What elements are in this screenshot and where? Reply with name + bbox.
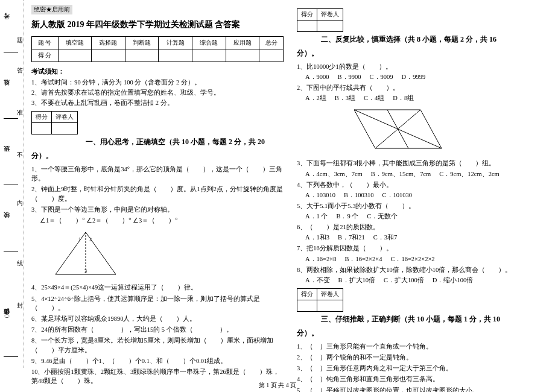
q1-3b: ∠1＝（ ）° ∠2＝（ ）° ∠3＝（ ）°	[40, 216, 284, 225]
q2-4-opts: A．103010B．100310C．101030	[305, 191, 549, 200]
section-2-sub: 分）。	[297, 48, 549, 58]
grader-cell[interactable]	[317, 300, 343, 311]
q1-9: 9、9.46是由（ ）个1、（ ）个0.1、和（ ）个0.01组成。	[31, 356, 284, 365]
notice-item: 1、考试时间：90 分钟，满分为 100 分（含卷面分 2 分）。	[31, 78, 284, 87]
grader-label: 评卷人	[51, 112, 77, 123]
gutter-mark: 不	[17, 151, 23, 159]
opt: C．16=2×2×2×2	[390, 256, 434, 262]
section-score-box: 得分评卷人	[297, 8, 343, 32]
section-3-sub: 分）。	[297, 328, 549, 338]
section-score-box: 得分评卷人	[31, 111, 78, 134]
opt: C．无数个	[367, 213, 398, 220]
opt: B．9900	[338, 74, 361, 80]
q2-7-opts: A．16=2×8B．16=2×2×4C．16=2×2×2×2	[305, 255, 549, 264]
th: 综合题	[192, 37, 226, 49]
opt: B．3组	[335, 95, 355, 101]
q2-2: 2、下图中的平行线共有（ ）。	[297, 83, 549, 92]
triangle-figure: 12 3	[49, 229, 122, 277]
q2-3-opts: A．4cm、3cm、7cmB．9cm、15cm、7cmC．9cm、12cm、2c…	[305, 170, 549, 179]
score-label: 得分	[31, 112, 51, 123]
notice-item: 2、请首先按要求在试卷的指定位置填写您的姓名、班级、学号。	[31, 89, 284, 97]
section-1-title: 一、用心思考，正确填空（共 10 小题，每题 2 分，共 20	[86, 137, 284, 147]
opt: B．100310	[344, 192, 374, 198]
grader-cell[interactable]	[51, 123, 77, 134]
opt: D．9999	[402, 74, 426, 80]
table-row: 题 号 填空题 选择题 判断题 计算题 综合题 应用题 总分	[31, 37, 283, 49]
opt: A．103010	[305, 192, 335, 198]
opt: D．缩小100倍	[433, 277, 473, 283]
td[interactable]	[92, 49, 125, 62]
q1-5: 5、4×12÷24÷6÷除上括号，使其运算顺序是：加一除一乘，则加了括号的算式是…	[31, 294, 284, 312]
q2-7: 7、把16分解质因数是（ ）。	[297, 244, 549, 253]
th: 应用题	[226, 37, 259, 49]
gutter-mark: 封	[17, 302, 23, 310]
td[interactable]	[259, 49, 284, 62]
th: 选择题	[92, 37, 125, 49]
score-cell[interactable]	[31, 123, 51, 134]
opt: A．9000	[305, 74, 329, 80]
q3-3: 3、（ ）三角形任意两内角之和一定大于第三个角。	[297, 364, 549, 373]
th: 总分	[259, 37, 284, 49]
score-cell[interactable]	[297, 300, 317, 311]
notice-item: 3、不要在试卷上乱写乱画，卷面不整洁扣 2 分。	[31, 99, 284, 107]
section-score-box: 得分评卷人	[297, 288, 343, 312]
q1-8: 8、一个长方形，宽是8厘米。若长增加5厘米，则周长增加（ ）厘米，面积增加（ ）…	[31, 336, 284, 354]
gutter-line	[4, 250, 18, 251]
td: 得 分	[31, 49, 58, 62]
td[interactable]	[159, 49, 192, 62]
svg-text:3: 3	[84, 268, 87, 274]
opt: B．7和21	[338, 234, 365, 241]
q2-3: 3、下面每一组都有3根小棒，其中能围成三角形的是第（ ）组。	[297, 159, 549, 168]
opt: C．3和7	[373, 234, 398, 241]
td[interactable]	[125, 49, 159, 62]
opt: A．4cm、3cm、7cm	[305, 171, 363, 177]
q1-6: 6、某足球场可以容纳观众19890人，大约是（ ）人。	[31, 314, 284, 323]
q2-8: 8、两数相除，如果被除数扩大10倍，除数缩小10倍，那么商会（ ）。	[297, 265, 549, 274]
gutter-line	[4, 118, 18, 119]
q2-5-opts: A．1 个B．9 个C．无数个	[305, 212, 549, 221]
grader-label: 评卷人	[317, 9, 343, 21]
opt: C．101030	[382, 192, 413, 198]
gutter-mark: 内	[17, 199, 23, 207]
score-cell[interactable]	[297, 21, 317, 32]
th: 填空题	[58, 37, 92, 49]
opt: A．1和3	[305, 234, 329, 241]
gutter-line	[4, 184, 18, 185]
q2-4: 4、下列各数中，（ ）最小。	[297, 180, 549, 189]
q2-1: 1、比10000少1的数是（ ）。	[297, 62, 549, 71]
gutter-mark: 准	[17, 109, 23, 117]
td[interactable]	[226, 49, 259, 62]
opt: C．4组	[364, 95, 384, 101]
svg-text:1: 1	[78, 237, 81, 242]
th: 判断题	[125, 37, 159, 49]
gutter-line	[4, 51, 18, 52]
td[interactable]	[192, 49, 226, 62]
score-label: 得分	[297, 288, 317, 300]
opt: A．16=2×8	[305, 256, 336, 262]
q2-6: 6、（ ）是21的质因数。	[297, 223, 549, 232]
section-3-title: 三、仔细推敲，正确判断（共 10 小题，每题 1 分，共 10	[321, 314, 549, 324]
th: 题 号	[31, 37, 58, 49]
opt: C．9009	[370, 74, 393, 80]
right-column: 得分评卷人 二、反复比较，慎重选择（共 8 小题，每题 2 分，共 16 分）。…	[290, 0, 555, 368]
notice-title: 考试须知：	[31, 67, 284, 76]
opt: C．9cm、12cm、2cm	[439, 171, 500, 177]
q3-1: 1、（ ）三角形只能有一个直角或一个钝角。	[297, 342, 549, 351]
opt: B．扩大10倍	[338, 277, 376, 283]
svg-text:2: 2	[89, 237, 92, 242]
q1-4: 4、25×49×4＝(25×4)×49这一运算过程运用了（ ）律。	[31, 283, 284, 292]
table-row: 得 分	[31, 49, 283, 62]
q2-5: 5、大于5.1而小于5.3的小数有（ ）。	[297, 201, 549, 210]
q1-2: 2、钟面上9时整，时针和分针所夹的角是（ ）度。从1点到2点，分针旋转的角度是（…	[31, 185, 284, 203]
th: 计算题	[159, 37, 192, 49]
left-column: 绝密★启用前 新人教版 2019 年四年级数学下学期过关检测试题 含答案 题 号…	[24, 0, 290, 368]
gutter-mark: 题	[17, 36, 23, 45]
opt: A．2组	[305, 95, 326, 101]
opt: B．9cm、15cm、7cm	[371, 171, 431, 177]
td[interactable]	[58, 49, 92, 62]
q1-1: 1、一个等腰三角形中，底角是34°，那么它的顶角是（ ），这是一个（ ）三角形。	[31, 165, 284, 183]
q2-2-opts: A．2组B．3组C．4组D．8组	[305, 94, 549, 103]
binding-gutter: 考号 题 答 姓名 准 不 班级 内 学校 线 封 乡镇（街道）	[0, 0, 24, 368]
grader-cell[interactable]	[317, 21, 343, 32]
q2-1-opts: A．9000B．9900C．9009D．9999	[305, 73, 549, 81]
